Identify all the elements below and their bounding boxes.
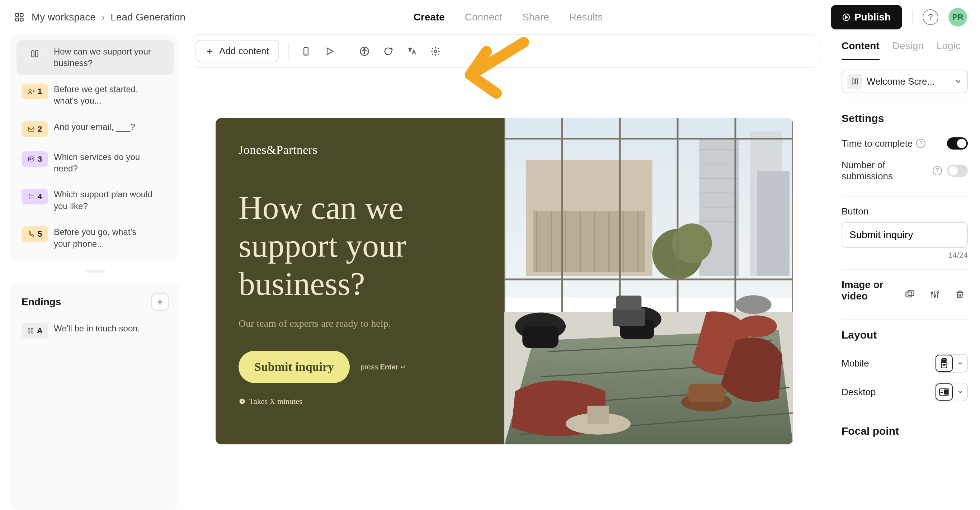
help-icon[interactable]: ? [916, 139, 926, 148]
center-canvas: Add content [179, 35, 829, 510]
layout-desktop-label: Desktop [842, 387, 876, 398]
question-2[interactable]: 2 And your email, ___? [16, 116, 173, 143]
divider [912, 10, 913, 24]
badge-num: 4 [38, 192, 42, 201]
endings-panel: Endings A We'll be in touch soon. [11, 281, 179, 510]
badge-letter: A [37, 326, 43, 335]
svg-rect-0 [16, 14, 19, 16]
nav-results[interactable]: Results [569, 11, 603, 23]
svg-point-87 [931, 292, 933, 294]
question-label: Which support plan would you like? [54, 189, 154, 212]
svg-rect-73 [522, 326, 558, 348]
submit-inquiry-button[interactable]: Submit inquiry [239, 351, 350, 383]
tab-design[interactable]: Design [892, 35, 924, 60]
topbar-right: Publish ? PR [831, 5, 967, 29]
focal-heading: Focal point [842, 425, 968, 437]
svg-rect-95 [942, 359, 946, 363]
translate-icon[interactable] [404, 43, 420, 59]
breadcrumb-page[interactable]: Lead Generation [110, 11, 185, 23]
divider [288, 44, 289, 59]
char-counter: 14/24 [842, 251, 968, 260]
subtitle[interactable]: Our team of experts are ready to help. [239, 318, 481, 329]
svg-marker-5 [845, 16, 848, 18]
svg-rect-99 [944, 389, 948, 394]
preview-image[interactable] [504, 118, 793, 444]
form-preview-card: Jones&Partners How can we support your b… [216, 118, 793, 444]
question-badge: 5 [22, 226, 48, 242]
breadcrumb: My workspace › Lead Generation [13, 11, 185, 24]
submissions-label: Number of submissions [842, 160, 928, 182]
layout-desktop-select[interactable] [935, 383, 968, 401]
nav-connect[interactable]: Connect [465, 11, 502, 23]
press-enter-hint: press Enter ↵ [361, 362, 406, 371]
add-content-label: Add content [219, 46, 269, 57]
svg-point-28 [364, 48, 365, 50]
hero-title[interactable]: How can we support your business? [239, 189, 481, 303]
ending-label: We'll be in touch soon. [54, 323, 140, 334]
svg-rect-84 [906, 292, 912, 297]
drag-handle[interactable] [85, 270, 105, 273]
questions-panel: How can we support your business? 1 Befo… [11, 35, 179, 261]
question-label: And your email, ___? [54, 121, 135, 133]
add-ending-button[interactable] [151, 293, 169, 311]
svg-point-30 [391, 49, 392, 50]
accessibility-icon[interactable] [356, 43, 372, 59]
submissions-toggle[interactable] [947, 165, 968, 177]
svg-point-89 [934, 295, 936, 297]
svg-rect-20 [28, 328, 30, 333]
svg-rect-82 [852, 79, 854, 84]
mobile-preview-icon[interactable] [298, 43, 314, 59]
layout-mobile-label: Mobile [842, 358, 869, 369]
question-label: Before you go, what's your phone... [54, 226, 154, 249]
brand-text: Jones&Partners [239, 143, 481, 157]
ending-a[interactable]: A We'll be in touch soon. [16, 317, 173, 344]
breadcrumb-separator: › [102, 11, 105, 23]
nav-share[interactable]: Share [522, 11, 549, 23]
question-badge: 2 [22, 121, 48, 137]
help-button[interactable]: ? [923, 10, 939, 25]
layout-heading: Layout [842, 329, 968, 341]
grid-icon[interactable] [13, 11, 26, 24]
button-heading: Button [842, 206, 968, 217]
svg-rect-7 [35, 51, 38, 57]
left-sidebar: How can we support your business? 1 Befo… [0, 35, 179, 510]
help-icon[interactable]: ? [933, 166, 942, 175]
tab-logic[interactable]: Logic [937, 35, 961, 60]
settings-icon[interactable] [428, 43, 443, 59]
time-to-complete-toggle[interactable] [947, 137, 968, 149]
svg-rect-11 [28, 127, 34, 131]
svg-marker-26 [327, 48, 333, 54]
question-3[interactable]: 3 Which services do you need? [16, 146, 173, 180]
svg-rect-1 [20, 14, 23, 16]
question-5[interactable]: 5 Before you go, what's your phone... [16, 221, 173, 255]
question-badge: 1 [22, 84, 48, 99]
svg-rect-81 [616, 296, 641, 310]
adjust-icon[interactable] [927, 286, 943, 302]
question-1[interactable]: 1 Before we get started, what's you... [16, 78, 173, 113]
breadcrumb-workspace[interactable]: My workspace [32, 11, 96, 23]
badge-num: 5 [38, 230, 42, 239]
tab-content[interactable]: Content [842, 35, 880, 60]
canvas-toolbar: Add content [189, 35, 820, 68]
question-welcome[interactable]: How can we support your business? [16, 40, 173, 75]
svg-point-13 [30, 158, 31, 159]
screen-type-select[interactable]: Welcome Scre... [842, 70, 968, 93]
question-4[interactable]: AB 4 Which support plan would you like? [16, 183, 173, 218]
layout-mobile-icon [935, 355, 953, 372]
button-text-input[interactable] [842, 222, 968, 248]
svg-point-29 [391, 48, 391, 48]
svg-rect-77 [688, 384, 725, 402]
question-badge: 3 [22, 151, 48, 167]
publish-button[interactable]: Publish [831, 5, 902, 29]
publish-label: Publish [854, 11, 891, 23]
screen-select-label: Welcome Scre... [867, 76, 935, 87]
add-content-button[interactable]: Add content [196, 40, 279, 62]
refresh-icon[interactable] [380, 43, 396, 59]
layout-mobile-select[interactable] [935, 354, 968, 373]
delete-icon[interactable] [952, 286, 968, 302]
avatar[interactable]: PR [948, 8, 967, 27]
play-preview-icon[interactable] [322, 43, 337, 59]
image-library-icon[interactable] [902, 286, 918, 302]
nav-create[interactable]: Create [414, 11, 445, 23]
svg-text:B: B [28, 197, 30, 200]
